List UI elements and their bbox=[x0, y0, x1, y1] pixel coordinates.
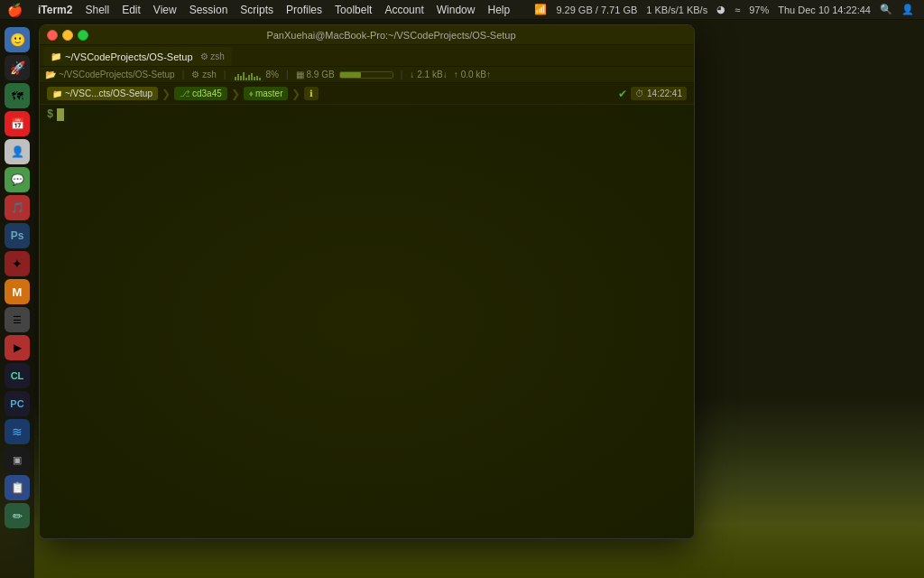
dock-netease[interactable]: 🎵 bbox=[5, 195, 30, 220]
menubar-network: 📶 bbox=[531, 4, 550, 15]
traffic-lights bbox=[47, 30, 88, 41]
terminal-dollar: $ bbox=[47, 108, 53, 121]
menubar-disk: 9.29 GB / 7.71 GB bbox=[553, 5, 640, 15]
dock-finder[interactable]: 🙂 bbox=[5, 27, 30, 52]
desktop: 🙂 🚀 🗺 📅 👤 💬 🎵 Ps ✦ M ☰ ▶ CL PC ≋ ▣ 📋 ✏ P… bbox=[0, 20, 924, 578]
iterm-tabbar: 📁 ~/VSCodeProjects/OS-Setup ⚙ zsh bbox=[40, 45, 694, 67]
menu-scripts[interactable]: Scripts bbox=[234, 0, 280, 20]
menubar-datetime: Thu Dec 10 14:22:44 bbox=[775, 5, 873, 15]
statusbar-div3: | bbox=[286, 70, 289, 79]
dock-contacts[interactable]: 👤 bbox=[5, 139, 30, 164]
menu-account[interactable]: Account bbox=[378, 0, 430, 20]
dock-vscode[interactable]: ≋ bbox=[5, 419, 30, 444]
menubar: 🍎 iTerm2 Shell Edit View Session Scripts… bbox=[0, 0, 924, 20]
apple-menu[interactable]: 🍎 bbox=[7, 3, 23, 17]
memory-value: 8.9 GB bbox=[307, 70, 335, 79]
prompt-time-value: 14:22:41 bbox=[647, 89, 682, 98]
statusbar-cpu: 8% bbox=[233, 70, 278, 80]
dock-app17[interactable]: 📋 bbox=[5, 475, 30, 500]
menubar-right: 📶 9.29 GB / 7.71 GB 1 KB/s/1 KB/s ◕ ≈ 97… bbox=[531, 4, 917, 15]
dock-photoshop[interactable]: Ps bbox=[5, 223, 30, 248]
prompt-time: ⏱ 14:22:41 bbox=[631, 87, 687, 100]
menu-toolbelt[interactable]: Toolbelt bbox=[328, 0, 378, 20]
terminal-cursor bbox=[57, 108, 64, 121]
menu-view[interactable]: View bbox=[147, 0, 183, 20]
iterm-terminal[interactable]: $ bbox=[40, 105, 694, 538]
clock-icon: ⏱ bbox=[635, 89, 644, 98]
menubar-bluetooth-icon[interactable]: ◕ bbox=[714, 4, 728, 15]
folder-icon: 📂 bbox=[45, 70, 56, 79]
iterm-tab-active[interactable]: 📁 ~/VSCodeProjects/OS-Setup ⚙ zsh bbox=[43, 47, 232, 66]
prompt-arrow3: ❯ bbox=[291, 88, 300, 100]
prompt-arrow2: ❯ bbox=[231, 88, 240, 100]
prompt-git-segment: ⎇ cd3a45 bbox=[174, 87, 227, 100]
menubar-wifi-icon[interactable]: ≈ bbox=[732, 5, 743, 15]
dock-app18[interactable]: ✏ bbox=[5, 503, 30, 528]
menu-window[interactable]: Window bbox=[430, 0, 482, 20]
network-down-value: 2.1 kB↓ bbox=[417, 70, 447, 79]
statusbar-memory: ▦ 8.9 GB bbox=[296, 70, 393, 79]
iterm-promptbar: 📁 ~/VSC...cts/OS-Setup ❯ ⎇ cd3a45 ❯ ♦ ma… bbox=[40, 83, 694, 105]
menu-edit[interactable]: Edit bbox=[116, 0, 147, 20]
statusbar-div1: | bbox=[182, 70, 185, 79]
prompt-git-master-segment: ♦ master bbox=[244, 87, 289, 100]
statusbar-div2: | bbox=[224, 70, 226, 79]
maximize-button[interactable] bbox=[78, 30, 88, 41]
dock-launchpad[interactable]: 🚀 bbox=[5, 55, 30, 80]
iterm-statusbar-top: 📂 ~/VSCodeProjects/OS-Setup | ⚙ zsh | bbox=[40, 67, 694, 83]
menubar-battery: 97% bbox=[746, 5, 772, 15]
statusbar-div4: | bbox=[401, 70, 403, 79]
dock-app11[interactable]: ▶ bbox=[5, 335, 30, 360]
prompt-git-branch-icon: ⎇ bbox=[180, 89, 190, 98]
dock-maps[interactable]: 🗺 bbox=[5, 83, 30, 108]
statusbar-network: ↓ 2.1 kB↓ ↑ 0.0 kB↑ bbox=[410, 70, 491, 79]
prompt-master-text: master bbox=[255, 89, 283, 98]
menu-session[interactable]: Session bbox=[183, 0, 235, 20]
app-name[interactable]: iTerm2 bbox=[32, 0, 79, 20]
dock-app8[interactable]: ✦ bbox=[5, 251, 30, 276]
iterm-titlebar: PanXuehai@MacBook-Pro:~/VSCodeProjects/O… bbox=[40, 25, 694, 45]
prompt-arrow: ❯ bbox=[162, 88, 171, 100]
prompt-path-segment: 📁 ~/VSC...cts/OS-Setup bbox=[47, 87, 158, 100]
prompt-right-section: ✔ ⏱ 14:22:41 bbox=[618, 87, 687, 100]
dock: 🙂 🚀 🗺 📅 👤 💬 🎵 Ps ✦ M ☰ ▶ CL PC ≋ ▣ 📋 ✏ bbox=[0, 20, 34, 578]
statusbar-shell-text: zsh bbox=[202, 70, 217, 79]
dock-terminal[interactable]: ▣ bbox=[5, 447, 30, 472]
menu-shell[interactable]: Shell bbox=[79, 0, 116, 20]
menubar-search-icon[interactable]: 🔍 bbox=[877, 4, 895, 15]
prompt-path-text: ~/VSC...cts/OS-Setup bbox=[65, 89, 152, 98]
menu-profiles[interactable]: Profiles bbox=[280, 0, 328, 20]
window-title: PanXuehai@MacBook-Pro:~/VSCodeProjects/O… bbox=[96, 30, 687, 41]
close-button[interactable] bbox=[47, 30, 58, 41]
prompt-folder-icon: 📁 bbox=[52, 89, 62, 98]
prompt-git-hash: cd3a45 bbox=[192, 89, 222, 98]
dock-matlab[interactable]: M bbox=[5, 279, 30, 304]
tab-folder-icon: 📁 bbox=[51, 51, 61, 61]
dock-wechat[interactable]: 💬 bbox=[5, 167, 30, 192]
dock-calendar[interactable]: 📅 bbox=[5, 111, 30, 136]
statusbar-path-text: ~/VSCodeProjects/OS-Setup bbox=[59, 70, 175, 79]
statusbar-path: 📂 ~/VSCodeProjects/OS-Setup bbox=[45, 70, 175, 79]
dock-app10[interactable]: ☰ bbox=[5, 307, 30, 332]
prompt-master-icon: ♦ bbox=[249, 89, 254, 98]
iterm-window: PanXuehai@MacBook-Pro:~/VSCodeProjects/O… bbox=[39, 24, 695, 539]
tab-shell-indicator: ⚙ zsh bbox=[200, 51, 225, 61]
network-down-icon: ↓ bbox=[410, 70, 414, 79]
shell-icon: ⚙ bbox=[191, 70, 199, 79]
prompt-info-icon: ℹ bbox=[310, 89, 313, 98]
terminal-prompt-line: $ bbox=[47, 108, 687, 121]
memory-bar bbox=[339, 71, 393, 79]
menubar-user-icon[interactable]: 👤 bbox=[899, 4, 917, 15]
statusbar-shell: ⚙ zsh bbox=[191, 70, 217, 79]
cpu-percent: 8% bbox=[265, 70, 278, 79]
menubar-network-speed: 1 KB/s/1 KB/s bbox=[643, 5, 710, 15]
network-up-value: 0.0 kB↑ bbox=[461, 70, 491, 79]
menu-help[interactable]: Help bbox=[481, 0, 516, 20]
dock-clion[interactable]: CL bbox=[5, 363, 30, 388]
network-up-icon: ↑ bbox=[454, 70, 458, 79]
minimize-button[interactable] bbox=[62, 30, 73, 41]
cpu-graph bbox=[235, 70, 261, 80]
prompt-info-segment: ℹ bbox=[304, 87, 319, 100]
tab-path: ~/VSCodeProjects/OS-Setup bbox=[65, 51, 193, 62]
dock-pycharm[interactable]: PC bbox=[5, 391, 30, 416]
